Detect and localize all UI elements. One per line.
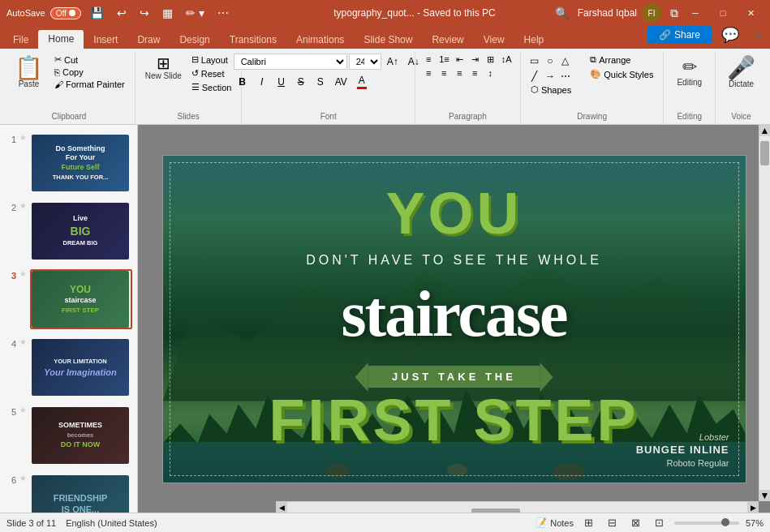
slide-item-2[interactable]: 2 ★ LiveBIGDREAM BIG: [3, 200, 134, 263]
triangle-shape-btn[interactable]: △: [558, 54, 573, 68]
zoom-slider[interactable]: [674, 521, 739, 525]
search-icon[interactable]: 🔍: [551, 5, 573, 21]
tab-home[interactable]: Home: [38, 30, 84, 49]
slide-info: Slide 3 of 11: [6, 518, 56, 528]
scrollbar-thumb-v[interactable]: [760, 141, 769, 165]
shadow-button[interactable]: S: [312, 75, 329, 89]
underline-button[interactable]: U: [273, 75, 290, 89]
scrollbar-thumb-h[interactable]: [471, 508, 520, 513]
slide-item-5[interactable]: 5 ★ SOMETIMESbecomesDO IT NOW: [3, 404, 134, 467]
tab-view[interactable]: View: [474, 31, 514, 49]
canvas-area: YOU DON'T HAVE TO SEE THE WHOLE staircas…: [138, 125, 770, 513]
justify-button[interactable]: ≡: [467, 67, 482, 79]
bold-button[interactable]: B: [234, 75, 252, 89]
save-icon[interactable]: 💾: [86, 5, 108, 21]
comments-icon[interactable]: 💬: [716, 24, 744, 45]
bullets-button[interactable]: ≡: [421, 54, 436, 66]
drawing-content: ▭ ○ △ ╱ → ⋯ ⬡ Shapes ⧉ Arrange �: [527, 54, 657, 110]
reading-view-button[interactable]: ⊠: [627, 515, 644, 530]
shapes-button[interactable]: ⬡ Shapes: [527, 84, 583, 96]
align-center-button[interactable]: ≡: [437, 67, 451, 79]
slide-thumb-3[interactable]: YOUstaircaseFIRST STEP: [30, 269, 132, 329]
layout-button[interactable]: ⊟ Layout: [188, 54, 235, 66]
scrollbar-down-button[interactable]: ▼: [759, 490, 770, 501]
customize-icon[interactable]: ✏ ▾: [182, 5, 209, 21]
increase-indent-button[interactable]: ⇥: [468, 54, 483, 66]
align-right-button[interactable]: ≡: [452, 67, 467, 79]
scrollbar-right-button[interactable]: ▶: [747, 502, 759, 513]
text-direction-button[interactable]: ↕A: [499, 54, 514, 66]
slide-sorter-button[interactable]: ⊟: [604, 515, 621, 530]
close-button[interactable]: ✕: [738, 3, 764, 23]
strikethrough-button[interactable]: S: [292, 75, 310, 89]
tab-file[interactable]: File: [3, 31, 38, 49]
tab-transitions[interactable]: Transitions: [220, 31, 286, 49]
cut-button[interactable]: ✂ Cut: [51, 54, 128, 66]
presenter-view-button[interactable]: ⊡: [651, 515, 668, 530]
more-shapes-btn[interactable]: ⋯: [558, 69, 573, 84]
tab-insert[interactable]: Insert: [84, 31, 127, 49]
reset-button[interactable]: ↺ Reset: [188, 67, 235, 79]
slide-item-6[interactable]: 6 ★ FRIENDSHIPIS ONE...: [3, 472, 134, 513]
slide-thumb-6[interactable]: FRIENDSHIPIS ONE...: [30, 474, 132, 513]
paste-button[interactable]: 📋 Paste: [10, 54, 48, 92]
char-spacing-button[interactable]: AV: [331, 75, 351, 89]
slide-thumb-1[interactable]: Do SomethingFor YourFuture SelfTHANK YOU…: [30, 133, 132, 193]
numbering-button[interactable]: 1≡: [437, 54, 452, 66]
arrange-button[interactable]: ⧉ Arrange: [587, 54, 656, 66]
autosave-toggle[interactable]: Off: [50, 7, 81, 19]
italic-button[interactable]: I: [253, 75, 271, 89]
tab-design[interactable]: Design: [170, 31, 219, 49]
arrow-shape-btn[interactable]: →: [543, 69, 557, 84]
vertical-scrollbar[interactable]: ▲ ▼: [759, 125, 770, 501]
maximize-button[interactable]: □: [710, 3, 736, 23]
tab-animations[interactable]: Animations: [286, 31, 354, 49]
new-slide-button[interactable]: ⊞ New Slide: [142, 54, 185, 82]
collapse-ribbon-button[interactable]: ∧: [749, 27, 767, 43]
redo-icon[interactable]: ↪: [136, 5, 153, 21]
rectangle-shape-btn[interactable]: ▭: [527, 54, 542, 68]
undo-icon[interactable]: ↩: [113, 5, 131, 21]
increase-font-button[interactable]: A↑: [383, 54, 402, 69]
restore-icon[interactable]: ⧉: [666, 5, 682, 22]
notes-button[interactable]: 📝 Notes: [536, 517, 574, 528]
tab-help[interactable]: Help: [514, 31, 554, 49]
slide-canvas[interactable]: YOU DON'T HAVE TO SEE THE WHOLE staircas…: [162, 155, 746, 483]
columns-button[interactable]: ⊞: [484, 54, 498, 66]
statusbar-right: 📝 Notes ⊞ ⊟ ⊠ ⊡ 57%: [536, 515, 764, 530]
editing-button[interactable]: ✏ Editing: [670, 54, 708, 90]
tab-draw[interactable]: Draw: [127, 31, 170, 49]
slide-thumb-5[interactable]: SOMETIMESbecomesDO IT NOW: [30, 405, 132, 466]
more-icon[interactable]: ⋯: [213, 5, 233, 21]
format-painter-button[interactable]: 🖌 Format Painter: [51, 79, 128, 90]
font-name-select[interactable]: Calibri: [234, 54, 347, 70]
slide-number-5: 5: [5, 405, 16, 417]
tab-review[interactable]: Review: [422, 31, 473, 49]
section-button[interactable]: ☰ Section: [188, 81, 235, 93]
dictate-button[interactable]: 🎤 Dictate: [722, 54, 760, 92]
align-left-button[interactable]: ≡: [421, 67, 436, 79]
horizontal-scrollbar[interactable]: ◀ ▶: [276, 501, 759, 513]
ribbon-group-clipboard: 📋 Paste ✂ Cut ⎘ Copy 🖌 Format Painter Cl…: [3, 52, 136, 124]
slide-item-3[interactable]: 3 ★ YOUstaircaseFIRST STEP: [3, 268, 134, 331]
decrease-indent-button[interactable]: ⇤: [453, 54, 467, 66]
quick-styles-button[interactable]: 🎨 Quick Styles: [587, 68, 656, 80]
copy-button[interactable]: ⎘ Copy: [51, 66, 128, 78]
scrollbar-left-button[interactable]: ◀: [276, 502, 287, 513]
slide-item-4[interactable]: 4 ★ YOUR LIMITATIONYour Imagination: [3, 336, 134, 399]
slide-thumb-2[interactable]: LiveBIGDREAM BIG: [30, 201, 132, 261]
font-size-select[interactable]: 24: [349, 54, 381, 70]
slide-thumb-4[interactable]: YOUR LIMITATIONYour Imagination: [30, 337, 132, 397]
font-color-button[interactable]: A: [353, 73, 371, 91]
slide-item-1[interactable]: 1 ★ Do SomethingFor YourFuture SelfTHANK…: [3, 131, 134, 195]
oval-shape-btn[interactable]: ○: [543, 54, 557, 68]
tab-slideshow[interactable]: Slide Show: [354, 31, 422, 49]
present-icon[interactable]: ▦: [158, 5, 177, 21]
user-avatar[interactable]: FI: [642, 3, 661, 23]
normal-view-button[interactable]: ⊞: [580, 515, 597, 530]
line-shape-btn[interactable]: ╱: [527, 69, 542, 84]
minimize-button[interactable]: ─: [682, 3, 708, 23]
share-button[interactable]: 🔗 Share: [647, 26, 712, 44]
scrollbar-up-button[interactable]: ▲: [759, 125, 770, 136]
line-spacing-button[interactable]: ↕: [483, 67, 497, 79]
